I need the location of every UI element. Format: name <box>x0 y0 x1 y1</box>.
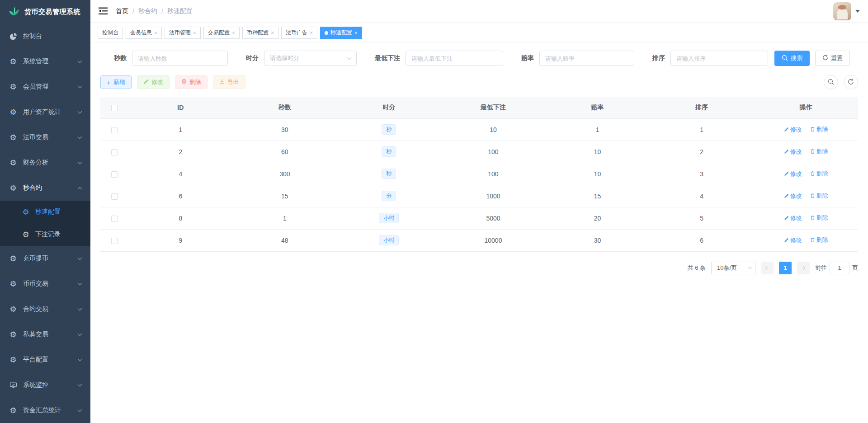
sidebar-subitem-bet-records[interactable]: 下注记录 <box>0 223 90 246</box>
avatar[interactable] <box>833 2 851 20</box>
row-delete-link[interactable]: 删除 <box>810 169 828 178</box>
row-edit-link[interactable]: 修改 <box>784 214 802 222</box>
row-edit-link[interactable]: 修改 <box>784 126 802 134</box>
sidebar-item-fund-summary[interactable]: 资金汇总统计 <box>0 398 90 423</box>
table-row: 9 48 小时 10000 30 6 修改 删除 <box>100 229 858 251</box>
close-icon[interactable]: × <box>193 30 196 36</box>
table-refresh-button[interactable] <box>844 75 858 89</box>
gear-icon <box>22 208 30 216</box>
time-unit-select[interactable]: 请选择时分 <box>264 51 357 66</box>
sidebar-item-system-monitor[interactable]: 系统监控 <box>0 372 90 398</box>
sort-input[interactable] <box>670 51 768 66</box>
edit-button[interactable]: 修改 <box>137 75 170 89</box>
row-edit-link[interactable]: 修改 <box>784 236 802 244</box>
tab-fiat-mgmt[interactable]: 法币管理 × <box>165 27 201 39</box>
sidebar-item-label: 财务分析 <box>23 159 48 167</box>
tab-member-info[interactable]: 会员信息 × <box>126 27 162 39</box>
select-all-checkbox[interactable] <box>111 105 118 111</box>
sidebar-item-member-mgmt[interactable]: 会员管理 <box>0 74 90 99</box>
row-checkbox[interactable] <box>111 238 118 244</box>
export-button[interactable]: 导出 <box>213 75 245 89</box>
row-checkbox[interactable] <box>111 127 118 133</box>
download-icon <box>219 79 225 86</box>
seconds-input[interactable] <box>132 51 228 66</box>
sidebar-item-label: 平台配置 <box>23 356 48 364</box>
goto-page-input[interactable] <box>830 262 849 274</box>
sidebar-item-fiat-trade[interactable]: 法币交易 <box>0 125 90 150</box>
close-icon[interactable]: × <box>232 30 235 36</box>
chevron-down-icon <box>78 382 82 387</box>
cell-sort: 1 <box>650 118 754 141</box>
breadcrumb-home[interactable]: 首页 <box>116 7 128 15</box>
app-root: 货币交易管理系统 控制台 系统管理 会员管理 用户资产统计 <box>0 0 868 423</box>
tab-coin-config[interactable]: 币种配置 × <box>242 27 278 39</box>
cell-odds: 15 <box>545 185 650 207</box>
sidebar-item-contract-trade[interactable]: 合约交易 <box>0 296 90 322</box>
chevron-down-icon[interactable] <box>855 10 860 13</box>
cell-odds: 10 <box>545 141 650 163</box>
reset-button[interactable]: 重置 <box>815 51 850 66</box>
close-icon[interactable]: × <box>154 30 157 36</box>
sidebar-item-label: 系统监控 <box>23 381 48 389</box>
sidebar-item-seconds-contract[interactable]: 秒合约 <box>0 175 90 201</box>
sidebar-subitem-seconds-config[interactable]: 秒速配置 <box>0 201 90 223</box>
tab-console[interactable]: 控制台 <box>98 27 123 39</box>
close-icon[interactable]: × <box>354 30 358 36</box>
top-bar: 首页 / 秒合约 / 秒速配置 <box>90 0 868 23</box>
sidebar-item-finance-analysis[interactable]: 财务分析 <box>0 150 90 175</box>
table-row: 2 60 秒 100 10 2 修改 删除 <box>100 141 858 163</box>
prev-page-button[interactable] <box>761 262 774 274</box>
row-checkbox[interactable] <box>111 149 118 155</box>
unit-badge: 小时 <box>379 235 399 246</box>
row-edit-link[interactable]: 修改 <box>784 148 802 156</box>
cell-id: 9 <box>128 229 233 251</box>
sidebar-item-platform-config[interactable]: 平台配置 <box>0 347 90 372</box>
row-checkbox[interactable] <box>111 216 118 222</box>
search-button[interactable]: 搜索 <box>774 51 810 66</box>
cell-seconds: 48 <box>233 229 337 251</box>
odds-input[interactable] <box>539 51 634 66</box>
row-delete-link[interactable]: 删除 <box>810 125 828 133</box>
tab-trade-config[interactable]: 交易配置 × <box>203 27 240 39</box>
page-1-button[interactable]: 1 <box>779 262 792 274</box>
row-delete-link[interactable]: 删除 <box>810 147 828 155</box>
row-delete-link[interactable]: 删除 <box>810 192 828 200</box>
cell-sort: 3 <box>650 163 754 185</box>
row-edit-link[interactable]: 修改 <box>784 170 802 178</box>
row-delete-link[interactable]: 删除 <box>810 236 828 244</box>
table-search-button[interactable] <box>824 75 838 89</box>
sidebar-item-user-assets[interactable]: 用户资产统计 <box>0 99 90 125</box>
sidebar-item-console[interactable]: 控制台 <box>0 24 90 49</box>
tab-bar: 控制台 会员信息 × 法币管理 × 交易配置 × 币种配置 × 法币广告 × <box>90 23 868 42</box>
add-button[interactable]: 新增 <box>100 75 132 89</box>
tab-fiat-ad[interactable]: 法币广告 × <box>281 27 317 39</box>
select-placeholder: 请选择时分 <box>270 54 299 62</box>
trash-icon <box>181 79 187 86</box>
breadcrumb-seconds-contract[interactable]: 秒合约 <box>138 7 157 15</box>
sidebar-item-deposit-withdraw[interactable]: 充币提币 <box>0 246 90 271</box>
sidebar-item-coin-trade[interactable]: 币币交易 <box>0 271 90 296</box>
search-icon <box>828 79 834 86</box>
sidebar-item-system-mgmt[interactable]: 系统管理 <box>0 49 90 74</box>
row-edit-link[interactable]: 修改 <box>784 192 802 200</box>
delete-button[interactable]: 删除 <box>175 75 208 89</box>
row-checkbox[interactable] <box>111 171 118 178</box>
close-icon[interactable]: × <box>310 30 313 36</box>
page-size-select[interactable]: 10条/页 <box>711 262 755 274</box>
export-button-label: 导出 <box>227 78 239 86</box>
main-area: 首页 / 秒合约 / 秒速配置 控制台 会员信息 × 法币管理 × <box>90 0 868 423</box>
row-delete-link[interactable]: 删除 <box>810 214 828 222</box>
gear-icon <box>9 356 17 364</box>
min-bet-input[interactable] <box>406 51 503 66</box>
row-checkbox[interactable] <box>111 193 118 200</box>
row-edit-label: 修改 <box>790 192 802 200</box>
filter-label: 时分 <box>246 54 259 62</box>
sidebar-item-private-trade[interactable]: 私募交易 <box>0 322 90 347</box>
column-header-sort: 排序 <box>650 97 754 118</box>
close-icon[interactable]: × <box>271 30 274 36</box>
next-page-button[interactable] <box>797 262 810 274</box>
pencil-icon <box>143 79 149 86</box>
tab-seconds-config[interactable]: 秒速配置 × <box>320 27 362 39</box>
cell-odds: 30 <box>545 229 650 251</box>
menu-fold-icon[interactable] <box>99 7 108 15</box>
